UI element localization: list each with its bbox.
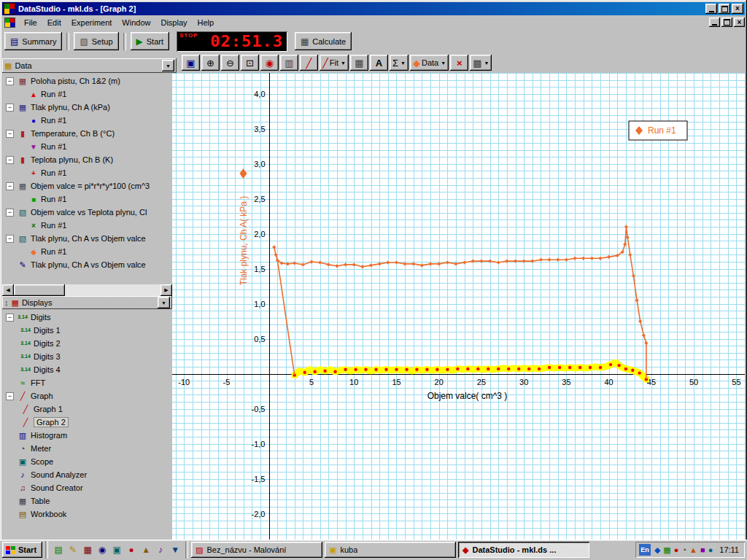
data-run-item[interactable]: ◆Run #1 <box>2 245 172 258</box>
collapse-toggle-icon[interactable]: − <box>6 182 14 190</box>
display-tree-subitem[interactable]: 3.14Digits 2 <box>2 337 172 350</box>
display-tree-subitem[interactable]: 3.14Digits 4 <box>2 363 172 376</box>
data-tree-item[interactable]: −▦Poloha pistu, Ch 1&2 (m) <box>2 74 172 88</box>
quick-launch-icon-8[interactable]: ♪ <box>153 542 168 557</box>
zoom-select-button[interactable]: ⊡ <box>241 55 259 71</box>
tray-icon-6[interactable]: ■ <box>700 544 705 556</box>
data-tree-item[interactable]: −▮Temperature, Ch B (°C) <box>2 127 172 140</box>
display-tree-item[interactable]: −▣Scope <box>2 455 172 468</box>
quick-launch-icon-1[interactable]: ▤ <box>51 542 66 557</box>
show-data-button[interactable]: ▥ <box>280 55 298 71</box>
tray-icon-7[interactable]: ● <box>708 544 713 556</box>
scrollbar-track[interactable] <box>65 284 160 296</box>
display-tree-subitem[interactable]: 3.14Digits 1 <box>2 324 172 337</box>
delete-button[interactable]: × <box>450 55 468 71</box>
tray-icon-5[interactable]: ▲ <box>689 544 697 556</box>
tray-icon-4[interactable]: ◔ <box>681 544 686 556</box>
data-menu-button[interactable]: ◆Data▼ <box>410 55 449 71</box>
data-tree-item[interactable]: −▧Tlak plynu, Ch A vs Objem valce <box>2 232 172 245</box>
data-run-item[interactable]: ■Run #1 <box>2 192 172 206</box>
data-tree-item[interactable]: −▮Teplota plynu, Ch B (K) <box>2 153 172 166</box>
data-run-item[interactable]: ●Run #1 <box>2 114 172 127</box>
smart-tool-button[interactable]: ◉ <box>260 55 279 71</box>
display-tree-item[interactable]: −╱Graph <box>2 389 172 402</box>
mdi-minimize-button[interactable] <box>709 18 720 27</box>
fit-menu-button[interactable]: ╱Fit▼ <box>320 55 349 71</box>
display-tree-item[interactable]: −◔Meter <box>2 442 172 455</box>
language-indicator[interactable]: En <box>639 544 651 556</box>
mdi-restore-button[interactable] <box>721 18 732 27</box>
zoom-in-button[interactable]: ⊕ <box>201 55 220 71</box>
scroll-left-button[interactable]: ◀ <box>2 284 14 296</box>
summary-button[interactable]: ▤ Summary <box>4 32 62 50</box>
tray-icon-1[interactable]: ◆ <box>654 544 660 556</box>
quick-launch-icon-4[interactable]: ◉ <box>95 542 109 557</box>
collapse-toggle-icon[interactable]: − <box>6 104 14 112</box>
display-tree-item[interactable]: −▤Workbook <box>2 508 172 521</box>
menu-help[interactable]: Help <box>193 17 220 28</box>
data-tree-hscrollbar[interactable]: ◀ ▶ <box>2 284 172 296</box>
display-tree-item[interactable]: −3.14Digits <box>2 311 172 324</box>
restore-button[interactable] <box>719 4 730 14</box>
menu-file[interactable]: File <box>19 17 42 28</box>
display-tree-subitem[interactable]: ╱Graph 2 <box>2 416 172 429</box>
quick-launch-icon-3[interactable]: ▦ <box>80 542 95 557</box>
datastudio-app-icon[interactable] <box>4 3 15 15</box>
data-tree-item[interactable]: −▦Tlak plynu, Ch A (kPa) <box>2 101 172 114</box>
close-button[interactable]: × <box>732 4 743 14</box>
data-tree-item[interactable]: −✎Tlak plynu, Ch A vs Objem valce <box>2 258 172 271</box>
display-tree-item[interactable]: −♪Sound Analyzer <box>2 468 172 481</box>
task-button[interactable]: ◆DataStudio - mkl.ds ... <box>458 542 589 558</box>
panel-splitter-icon[interactable]: ↕ <box>4 298 9 307</box>
collapse-toggle-icon[interactable]: − <box>6 209 14 217</box>
statistics-menu-button[interactable]: Σ▼ <box>390 55 409 71</box>
quick-launch-icon-5[interactable]: ▣ <box>109 542 124 557</box>
setup-button[interactable]: ▧ Setup <box>74 32 118 50</box>
scrollbar-thumb[interactable] <box>14 284 65 296</box>
display-tree-item[interactable]: −♫Sound Creator <box>2 481 172 494</box>
calculate-button[interactable]: ▦ Calculate <box>295 32 352 50</box>
quick-launch-icon-6[interactable]: ● <box>124 542 139 557</box>
scroll-right-button[interactable]: ▶ <box>160 284 172 296</box>
data-panel-dropdown-button[interactable]: ▼ <box>162 60 174 71</box>
menu-display[interactable]: Display <box>155 17 192 28</box>
start-button[interactable]: ▶ Start <box>131 32 169 50</box>
collapse-toggle-icon[interactable]: − <box>6 77 14 85</box>
graph-plot-area[interactable]: -10-55101520253035404550554,03,53,02,52,… <box>172 73 745 540</box>
menu-edit[interactable]: Edit <box>42 17 66 28</box>
displays-panel-dropdown-button[interactable]: ▼ <box>158 297 170 308</box>
data-tree-item[interactable]: −▧Objem valce vs Teplota plynu, Cl <box>2 206 172 219</box>
tray-icon-3[interactable]: ● <box>674 544 679 556</box>
collapse-toggle-icon[interactable]: − <box>6 392 14 400</box>
display-tree-subitem[interactable]: ╱Graph 1 <box>2 402 172 416</box>
display-tree-item[interactable]: −▥Histogram <box>2 429 172 442</box>
menu-window[interactable]: Window <box>117 17 155 28</box>
data-run-item[interactable]: +Run #1 <box>2 166 172 179</box>
minimize-button[interactable] <box>705 4 717 14</box>
collapse-toggle-icon[interactable]: − <box>6 156 14 164</box>
quick-launch-icon-2[interactable]: ✎ <box>66 542 80 557</box>
data-run-item[interactable]: ▲Run #1 <box>2 88 172 101</box>
collapse-toggle-icon[interactable]: − <box>6 235 14 243</box>
mdi-close-button[interactable]: × <box>734 18 745 27</box>
graph-settings-button[interactable]: ▩▼ <box>470 55 492 71</box>
quick-launch-icon-9[interactable]: ▼ <box>168 542 182 557</box>
data-run-item[interactable]: ▼Run #1 <box>2 140 172 153</box>
data-run-item[interactable]: ×Run #1 <box>2 219 172 232</box>
menu-experiment[interactable]: Experiment <box>66 17 117 28</box>
task-button[interactable]: ▣kuba <box>325 542 456 558</box>
quick-launch-icon-7[interactable]: ▲ <box>139 542 153 557</box>
display-tree-subitem[interactable]: 3.14Digits 3 <box>2 350 172 363</box>
calculator-button[interactable]: ▦ <box>350 55 368 71</box>
display-tree-item[interactable]: −≈FFT <box>2 376 172 389</box>
start-menu-button[interactable]: Start <box>2 542 42 558</box>
tray-icon-2[interactable]: ▦ <box>663 544 670 556</box>
scale-to-fit-button[interactable]: ▣ <box>182 55 200 71</box>
display-tree-item[interactable]: −▦Table <box>2 494 172 508</box>
document-system-menu-icon[interactable] <box>4 18 15 28</box>
collapse-toggle-icon[interactable]: − <box>6 314 14 322</box>
legend[interactable]: Run #1 <box>629 121 687 140</box>
data-tree-item[interactable]: −▦Objem valce = pi*r*r*y*100 (cm^3 <box>2 179 172 192</box>
task-button[interactable]: ▨Bez_názvu - Malování <box>191 542 322 558</box>
zoom-out-button[interactable]: ⊖ <box>221 55 239 71</box>
